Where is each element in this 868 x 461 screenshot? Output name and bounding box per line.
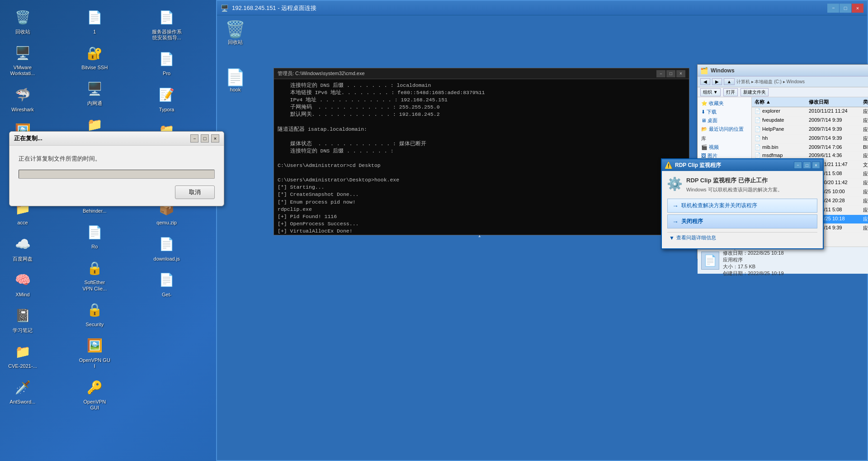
icon-bitvise[interactable]: 🔐 Bitvise SSH xyxy=(76,40,113,72)
explorer-organize-button[interactable]: 组织 ▼ xyxy=(700,88,721,96)
explorer-address-label: 计算机 ▸ 本地磁盘 (C:) ▸ Windows xyxy=(736,79,805,85)
col-name-header: 名称 ▲ xyxy=(754,98,808,106)
copy-progress-bar xyxy=(19,170,215,179)
file-preview-icon: 📄 xyxy=(701,252,719,270)
icon-label-serverops: 服务器操作系统安装指导... xyxy=(152,29,182,41)
icon-antsword[interactable]: 🗡️ AntSword... xyxy=(5,375,41,407)
rdp-recycle-icon: 🗑️ xyxy=(225,20,245,39)
icon-xmind[interactable]: 🧠 XMind xyxy=(5,267,41,299)
desktop-icon-area: 🗑️ 回收站 🖥️ VMwareWorkstati... 🦈 Wireshark… xyxy=(5,5,217,434)
serverops-icon: 📄 xyxy=(156,6,178,28)
icon-ro[interactable]: 📄 Ro xyxy=(76,219,113,252)
explorer-newfolder-button[interactable]: 新建文件夹 xyxy=(741,88,769,96)
icon-serverops[interactable]: 📄 服务器操作系统安装指导... xyxy=(149,5,185,43)
explorer-open-button[interactable]: 打开 xyxy=(723,88,738,96)
icon-baidupan[interactable]: ☁️ 百度网盘 xyxy=(5,232,41,264)
icon-get[interactable]: 📄 Get- xyxy=(149,267,185,299)
icon-security[interactable]: 🔒 Security xyxy=(76,297,113,329)
sidebar-item-desktop[interactable]: 🖥 桌面 xyxy=(699,116,750,125)
copy-dialog-close-button[interactable]: × xyxy=(211,134,219,143)
explorer-column-headers: 名称 ▲ 修改日期 类型 xyxy=(752,97,868,107)
cmd-close-button[interactable]: × xyxy=(676,70,685,77)
studynote-icon: 📓 xyxy=(12,305,33,327)
copy-dialog-controls: － □ × xyxy=(190,134,219,143)
unknown1-icon: 📄 xyxy=(84,6,105,28)
icon-label-cve2021: CVE-2021-... xyxy=(8,363,37,369)
rdpclip-error-icon: ⚙️ xyxy=(667,176,682,191)
rdpclip-max-button[interactable]: □ xyxy=(803,162,811,169)
cmd-min-button[interactable]: － xyxy=(656,70,665,77)
rdp-hook-label: hook xyxy=(230,87,241,92)
rdpclip-dialog: ⚠️ RDP Clip 监视程序 － □ × ⚙️ RDP Clip 监视程序 … xyxy=(661,158,824,249)
file-type-cell-selected: 应用 xyxy=(862,215,868,223)
rdp-recycle-bin-icon[interactable]: 🗑️ 回收站 xyxy=(225,20,245,46)
icon-openvpn[interactable]: 🔑 OpenVPNGUI xyxy=(76,375,113,413)
table-row[interactable]: 📄 mib.bin2009/7/14 7:06BIN xyxy=(752,143,868,152)
rdpclip-details[interactable]: ▼ 查看问题详细信息 xyxy=(667,232,817,243)
icon-label-studynote: 学习笔记 xyxy=(13,328,33,333)
cmd-body: 连接特定的 DNS 后缀 . . . . . . . : localdomain… xyxy=(274,79,689,235)
sidebar-item-favorites[interactable]: ⭐ 收藏夹 xyxy=(699,99,750,108)
copy-dialog-max-button[interactable]: □ xyxy=(201,134,209,143)
rdpclip-body: ⚙️ RDP Clip 监视程序 已停止工作 Windows 可以联机检查该问题… xyxy=(662,171,823,248)
icon-downloadjs[interactable]: 📄 download.js xyxy=(149,232,185,264)
icon-label-acce: acce xyxy=(17,220,28,226)
rdpclip-title-text: RDP Clip 监视程序 xyxy=(675,162,791,169)
icon-pro[interactable]: 📄 Pro xyxy=(149,46,185,78)
table-row[interactable]: 📄 explorer2010/11/21 11:24应用 xyxy=(752,107,868,116)
rdp-titlebar: 🖥️ 192.168.245.151 - 远程桌面连接 － □ × xyxy=(217,1,867,15)
rdpclip-link1[interactable]: → 联机检查解决方案并关闭该程序 xyxy=(667,199,817,213)
rdpclip-close-button[interactable]: × xyxy=(812,162,820,169)
explorer-toolbar: ◀ ▶ ▲ 计算机 ▸ 本地磁盘 (C:) ▸ Windows xyxy=(698,76,868,87)
icon-label-unknown1: 1 xyxy=(93,29,96,35)
rdpclip-links: → 联机检查解决方案并关闭该程序 → 关闭程序 xyxy=(667,199,817,228)
copy-cancel-button[interactable]: 取消 xyxy=(175,185,215,199)
copy-dialog-min-button[interactable]: － xyxy=(190,134,198,143)
icon-vmware[interactable]: 🖥️ VMwareWorkstati... xyxy=(5,40,41,78)
icon-softether[interactable]: 🔒 SoftEtherVPN Clie... xyxy=(76,255,113,293)
icon-intranet[interactable]: 🖥️ 内网通 xyxy=(76,76,113,108)
table-row[interactable]: 📄 fveupdate2009/7/14 9:39应用 xyxy=(752,116,868,125)
rdpclip-arrow-icon1: → xyxy=(672,202,679,209)
rdp-max-button[interactable]: □ xyxy=(840,4,851,13)
icon-label-intranet: 内网通 xyxy=(87,100,102,106)
explorer-back-button[interactable]: ◀ xyxy=(700,78,710,85)
file-type-cell: 应用 xyxy=(862,224,868,232)
rdp-window: 🖥️ 192.168.245.151 - 远程桌面连接 － □ × 🗑️ 回收站… xyxy=(216,0,868,461)
file-size-info: 大小：17.5 KB xyxy=(723,263,784,270)
icon-typora[interactable]: 📝 Typora xyxy=(149,82,185,114)
explorer-forward-button[interactable]: ▶ xyxy=(712,78,722,85)
icon-label-openvpn: OpenVPNGUI xyxy=(84,399,106,411)
icon-label-get: Get- xyxy=(162,292,171,298)
icon-recycle-bin[interactable]: 🗑️ 回收站 xyxy=(5,5,41,37)
rdpclip-title-icon: ⚠️ xyxy=(665,162,672,169)
table-row[interactable]: 📄 HelpPane2009/7/14 9:39应用 xyxy=(752,125,868,134)
cmd-max-button[interactable]: □ xyxy=(666,70,675,77)
copy-dialog-buttons: 取消 xyxy=(19,185,215,199)
rdp-title-text: 192.168.245.151 - 远程桌面连接 xyxy=(232,4,824,12)
file-name-cell: 📄 hh xyxy=(754,135,808,143)
table-row[interactable]: 📄 hh2009/7/14 9:39应用 xyxy=(752,134,868,143)
file-type-cell: BIN xyxy=(862,144,868,151)
rdpclip-link1-text: 联机检查解决方案并关闭该程序 xyxy=(681,202,757,209)
icon-label-baidupan: 百度网盘 xyxy=(13,256,33,262)
icon-wireshark[interactable]: 🦈 Wireshark xyxy=(5,82,41,114)
icon-cve2021[interactable]: 📁 CVE-2021-... xyxy=(5,339,41,371)
file-type-cell: 应用 xyxy=(862,108,868,115)
rdp-close-button[interactable]: × xyxy=(852,4,863,13)
rdpclip-link2[interactable]: → 关闭程序 xyxy=(667,214,817,228)
downloadjs-icon: 📄 xyxy=(156,233,178,255)
sidebar-item-recent[interactable]: 📂 最近访问的位置 xyxy=(699,125,750,133)
sidebar-item-videos[interactable]: 🎬 视频 xyxy=(699,143,750,152)
icon-ippng[interactable]: 🖼️ OpenVPN GUI xyxy=(76,333,113,371)
icon-studynote[interactable]: 📓 学习笔记 xyxy=(5,303,41,335)
icon-unknown1[interactable]: 📄 1 xyxy=(76,5,113,37)
rdpclip-min-button[interactable]: － xyxy=(794,162,802,169)
explorer-up-button[interactable]: ▲ xyxy=(724,78,735,85)
rdpclip-details-text: 查看问题详细信息 xyxy=(676,234,716,241)
rdp-hook-icon-item[interactable]: 📄 hook xyxy=(225,68,245,92)
cmd-titlebar: 管理员: C:\Windows\system32\cmd.exe － □ × xyxy=(274,68,689,79)
icon-label-qemuzip: qemu.zip xyxy=(156,220,177,226)
rdp-min-button[interactable]: － xyxy=(827,4,839,13)
sidebar-item-downloads[interactable]: ⬇ 下载 xyxy=(699,108,750,116)
